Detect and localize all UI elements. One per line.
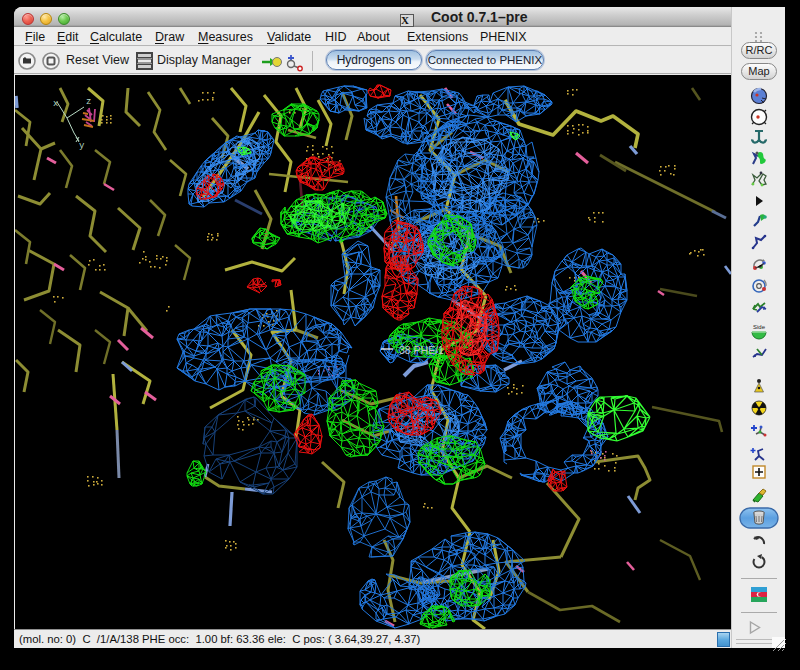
- svg-text:z: z: [86, 97, 91, 107]
- svg-text:x: x: [53, 99, 58, 109]
- svg-text:38 PHE/1: 38 PHE/1: [399, 344, 444, 356]
- svg-text:y: y: [79, 141, 85, 151]
- svg-text:Side: Side: [753, 324, 766, 330]
